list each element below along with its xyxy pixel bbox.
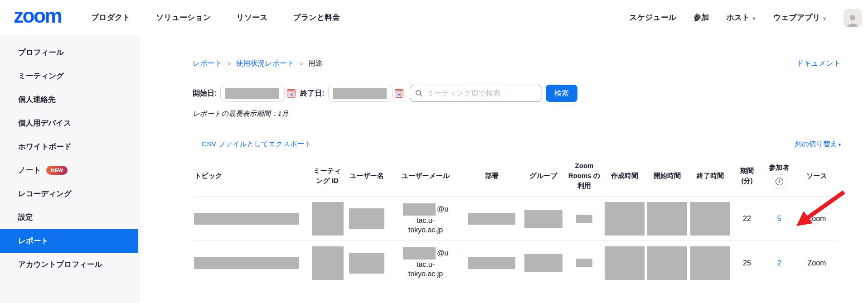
breadcrumb: レポート > 使用状況レポート > 用途 ドキュメント xyxy=(193,59,841,68)
usage-report-table: トピック ミーティング ID ユーザー名 ユーザーメール 部署 グループ Zoo… xyxy=(193,158,837,285)
nav-join[interactable]: 参加 xyxy=(693,12,709,23)
redacted-zoom-rooms xyxy=(576,259,592,267)
redacted-start-time xyxy=(647,246,687,280)
col-group: グループ xyxy=(522,158,565,197)
meeting-id-search xyxy=(410,85,542,102)
redacted-end-time xyxy=(690,202,730,236)
breadcrumb-usage-reports[interactable]: 使用状況レポート xyxy=(236,59,294,68)
col-department: 部署 xyxy=(462,158,522,197)
new-badge: NEW xyxy=(46,166,68,175)
report-filters: 開始日: 終了日: xyxy=(193,85,841,102)
col-start-time: 開始時間 xyxy=(646,158,689,197)
chevron-down-icon: ∨ xyxy=(752,15,756,21)
redacted-user-name xyxy=(349,208,384,229)
top-nav: zoom プロダクト ソリューション リソース プランと料金 スケジュール 参加… xyxy=(0,0,868,35)
sidebar-item-reports[interactable]: レポート xyxy=(0,229,138,253)
documentation-link[interactable]: ドキュメント xyxy=(796,59,841,68)
redacted-topic xyxy=(194,213,299,225)
redacted-end-time xyxy=(690,246,730,280)
table-row: @u tac.u- tokyo.ac.jp 25 2 Zoom xyxy=(193,241,837,285)
zoom-web-portal: zoom プロダクト ソリューション リソース プランと料金 スケジュール 参加… xyxy=(0,0,868,303)
sidebar-item-contacts[interactable]: 個人連絡先 xyxy=(0,88,138,111)
col-user-name: ユーザー名 xyxy=(344,158,389,197)
calendar-icon[interactable] xyxy=(395,89,403,98)
redacted-department xyxy=(468,213,515,225)
breadcrumb-separator: > xyxy=(227,60,231,67)
start-date-label: 開始日: xyxy=(193,89,217,98)
nav-web-app[interactable]: ウェブアプリ∨ xyxy=(773,12,826,23)
info-icon: i xyxy=(776,178,783,185)
nav-plans-pricing[interactable]: プランと料金 xyxy=(293,12,340,23)
source-value: Zoom xyxy=(796,197,837,241)
table-row: @u tac.u- tokyo.ac.jp 22 5 Zoom xyxy=(193,197,837,241)
breadcrumb-reports[interactable]: レポート xyxy=(193,59,222,68)
redacted-meeting-id xyxy=(312,202,344,236)
search-button[interactable]: 検索 xyxy=(546,85,577,102)
redacted-group xyxy=(524,254,563,272)
sidebar-item-notes[interactable]: ノート NEW xyxy=(0,159,138,182)
export-csv-link[interactable]: CSV ファイルとしてエクスポート xyxy=(202,139,311,149)
redacted-create-time xyxy=(605,246,645,280)
end-date-label: 終了日: xyxy=(300,89,324,98)
redacted-zoom-rooms xyxy=(576,215,592,223)
account-nav: スケジュール 参加 ホスト∨ ウェブアプリ∨ xyxy=(629,9,862,27)
caret-down-icon: ▾ xyxy=(838,142,841,147)
toggle-columns-link[interactable]: 列の切り替え▾ xyxy=(795,139,841,149)
breadcrumb-current-page: 用途 xyxy=(308,59,323,68)
participants-count-link[interactable]: 5 xyxy=(777,215,781,222)
nav-resources[interactable]: リソース xyxy=(236,12,267,23)
main-nav: プロダクト ソリューション リソース プランと料金 xyxy=(91,12,340,23)
user-email-cell: @u tac.u- tokyo.ac.jp xyxy=(389,197,462,241)
user-avatar[interactable] xyxy=(844,9,862,27)
redacted-group xyxy=(524,210,563,228)
table-actions: CSV ファイルとしてエクスポート 列の切り替え▾ xyxy=(193,139,841,149)
nav-solutions[interactable]: ソリューション xyxy=(156,12,211,23)
redacted-start-date xyxy=(225,88,279,99)
nav-products[interactable]: プロダクト xyxy=(91,12,131,23)
nav-schedule[interactable]: スケジュール xyxy=(629,12,676,23)
col-user-email: ユーザーメール xyxy=(389,158,462,197)
col-duration: 期間 (分) xyxy=(732,158,762,197)
redacted-topic xyxy=(194,257,299,269)
redacted-end-date xyxy=(333,88,387,99)
redacted-user-name xyxy=(349,253,384,274)
person-icon xyxy=(846,13,859,27)
table-header-row: トピック ミーティング ID ユーザー名 ユーザーメール 部署 グループ Zoo… xyxy=(193,158,837,197)
source-value: Zoom xyxy=(796,241,837,285)
chevron-down-icon: ∨ xyxy=(823,15,826,21)
nav-host[interactable]: ホスト∨ xyxy=(726,12,756,23)
duration-value: 22 xyxy=(732,197,762,241)
col-topic: トピック xyxy=(193,158,310,197)
redacted-create-time xyxy=(605,202,645,236)
sidebar: プロフィール ミーティング 個人連絡先 個人用デバイス ホワイトボード ノート … xyxy=(0,35,139,303)
duration-value: 25 xyxy=(732,241,762,285)
sidebar-item-recordings[interactable]: レコーディング xyxy=(0,182,138,206)
user-email-cell: @u tac.u- tokyo.ac.jp xyxy=(389,241,462,285)
redacted-start-time xyxy=(647,202,687,236)
col-create-time: 作成時間 xyxy=(603,158,646,197)
main-content: レポート > 使用状況レポート > 用途 ドキュメント 開始日: 終了日: xyxy=(139,35,868,303)
col-end-time: 終了時間 xyxy=(689,158,732,197)
report-period-note: レポートの最長表示期間：1月 xyxy=(193,109,841,119)
col-meeting-id: ミーティング ID xyxy=(310,158,344,197)
end-date-input[interactable] xyxy=(328,85,393,102)
redacted-email-prefix xyxy=(403,203,436,216)
redacted-meeting-id xyxy=(312,246,344,280)
start-date-input[interactable] xyxy=(220,85,285,102)
sidebar-item-whiteboard[interactable]: ホワイトボード xyxy=(0,135,138,159)
sidebar-item-devices[interactable]: 個人用デバイス xyxy=(0,111,138,135)
sidebar-item-account-profile[interactable]: アカウントプロフィール xyxy=(0,253,138,276)
redacted-email-prefix xyxy=(403,247,436,260)
participants-count-link[interactable]: 2 xyxy=(777,259,781,267)
calendar-icon[interactable] xyxy=(287,89,296,98)
sidebar-item-meetings[interactable]: ミーティング xyxy=(0,64,138,88)
sidebar-item-profile[interactable]: プロフィール xyxy=(0,41,138,64)
participants-info-button[interactable]: i xyxy=(772,174,786,189)
sidebar-item-settings[interactable]: 設定 xyxy=(0,206,138,229)
col-zoom-rooms: Zoom Rooms の利用 xyxy=(565,158,603,197)
breadcrumb-separator: > xyxy=(299,60,303,67)
zoom-logo[interactable]: zoom xyxy=(14,6,61,29)
redacted-department xyxy=(468,257,515,269)
col-source: ソース xyxy=(796,158,837,197)
search-input[interactable] xyxy=(426,89,537,98)
